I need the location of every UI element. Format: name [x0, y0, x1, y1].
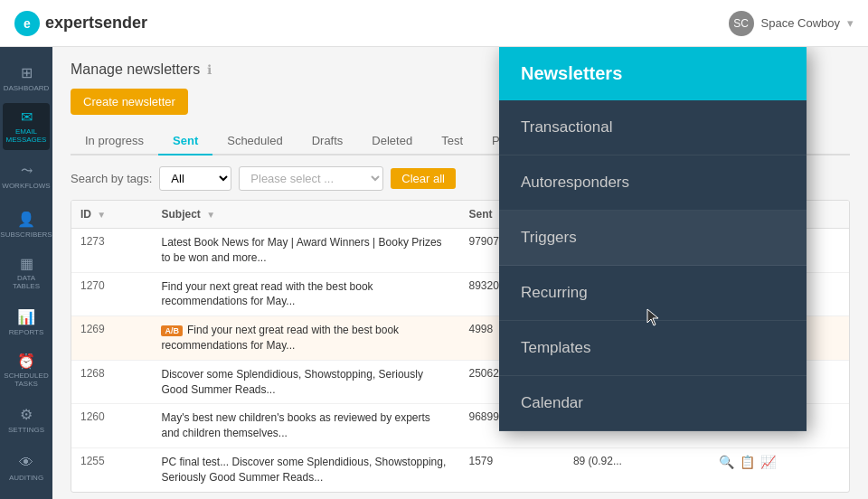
tab-sent[interactable]: Sent	[158, 127, 212, 155]
workflows-icon: ⤳	[21, 162, 33, 179]
cell-subject: Find your next great read with the best …	[152, 272, 459, 316]
tags-multiselect[interactable]: Please select ...	[239, 166, 383, 191]
nav-dropdown: Newsletters Transactional Autoresponders…	[499, 47, 807, 431]
sidebar-item-label: SETTINGS	[8, 426, 44, 434]
sidebar-item-email-messages[interactable]: ✉ EMAILMESSAGES	[3, 103, 50, 150]
subject-text: Discover some Splendidious, Showstopping…	[161, 368, 422, 396]
tab-in-progress[interactable]: In progress	[71, 127, 158, 155]
sidebar-item-label: EMAILMESSAGES	[6, 128, 47, 145]
page-title: Manage newsletters	[71, 61, 200, 78]
top-bar: e expertsender SC Space Cowboy ▾	[0, 0, 868, 47]
sidebar-item-dashboard[interactable]: ⊞ DASHBOARD	[3, 54, 50, 101]
col-subject: Subject ▼	[152, 201, 459, 229]
data-tables-icon: ▦	[20, 255, 33, 272]
tab-scheduled[interactable]: Scheduled	[212, 127, 297, 155]
sidebar-item-reports[interactable]: 📊 REPORTS	[3, 298, 50, 345]
dropdown-item-autoresponders[interactable]: Autoresponders	[499, 155, 807, 211]
user-name: Space Cowboy	[761, 16, 840, 30]
search-action-icon[interactable]: 🔍	[719, 455, 734, 469]
avatar: SC	[729, 11, 754, 36]
cell-subject: Latest Book News for May | Award Winners…	[152, 229, 459, 273]
logo-icon: e	[14, 11, 40, 36]
cell-id: 1270	[71, 272, 152, 316]
subject-text: Find your next great read with the best …	[161, 324, 399, 352]
sidebar-item-label: SUBSCRIBERS	[0, 231, 52, 239]
chart-action-icon[interactable]: 📈	[760, 455, 776, 469]
sidebar-item-auditing[interactable]: 👁 AUDITING	[3, 445, 50, 492]
info-icon[interactable]: ℹ	[207, 62, 212, 77]
subject-text: Latest Book News for May | Award Winners…	[161, 236, 441, 264]
sidebar-item-workflows[interactable]: ⤳ WORKFLOWS	[3, 152, 50, 199]
dropdown-header: Newsletters	[499, 47, 807, 100]
scheduled-tasks-icon: ⏰	[17, 353, 35, 370]
dashboard-icon: ⊞	[21, 64, 33, 81]
sidebar: ⊞ DASHBOARD ✉ EMAILMESSAGES ⤳ WORKFLOWS …	[0, 47, 52, 499]
email-icon: ✉	[21, 108, 33, 126]
sidebar-item-data-tables[interactable]: ▦ DATATABLES	[3, 250, 50, 297]
main-content: Manage newsletters ℹ Create newsletter I…	[52, 47, 868, 499]
sidebar-item-settings[interactable]: ⚙ SETTINGS	[3, 396, 50, 443]
subject-text: May's best new children's books as revie…	[161, 411, 429, 439]
cell-id: 1268	[71, 360, 152, 404]
settings-icon: ⚙	[20, 406, 33, 423]
cell-id: 1255	[71, 447, 152, 491]
cell-id: 1273	[71, 229, 152, 273]
sidebar-item-label: DATATABLES	[13, 275, 40, 291]
subject-text: Find your next great read with the best …	[161, 280, 373, 308]
create-newsletter-button[interactable]: Create newsletter	[71, 89, 188, 115]
dropdown-item-triggers[interactable]: Triggers	[499, 211, 807, 266]
cell-subject: A/BFind your next great read with the be…	[152, 316, 459, 361]
sidebar-item-label: AUDITING	[9, 474, 43, 482]
col-id: ID ▼	[71, 201, 152, 229]
dropdown-item-templates[interactable]: Templates	[499, 321, 807, 376]
tags-select[interactable]: All	[159, 166, 231, 191]
logo-text: expertsender	[45, 14, 147, 33]
cell-subject: Discover some Splendidious, Showstopping…	[152, 360, 459, 404]
dropdown-item-transactional[interactable]: Transactional	[499, 100, 807, 155]
tab-deleted[interactable]: Deleted	[357, 127, 427, 155]
table-row: 1255 PC final test... Discover some Sple…	[71, 447, 849, 491]
cell-sent: 1579	[459, 447, 563, 491]
chevron-down-icon[interactable]: ▾	[847, 16, 854, 30]
subscribers-icon: 👤	[17, 211, 35, 228]
cell-bounces: 89 (0.92...	[564, 447, 710, 491]
copy-action-icon[interactable]: 📋	[740, 455, 755, 469]
cell-actions: 🔍 📋 📈	[710, 447, 849, 491]
sidebar-item-subscribers[interactable]: 👤 SUBSCRIBERS	[3, 201, 50, 248]
tab-test[interactable]: Test	[427, 127, 477, 155]
clear-all-button[interactable]: Clear all	[391, 168, 456, 189]
sidebar-item-label: REPORTS	[9, 328, 44, 336]
cell-id: 1269	[71, 316, 152, 361]
dropdown-item-calendar[interactable]: Calendar	[499, 376, 807, 431]
reports-icon: 📊	[17, 308, 35, 325]
subject-text: PC final test... Discover some Splendidi…	[161, 456, 446, 484]
dropdown-item-recurring[interactable]: Recurring	[499, 266, 807, 321]
sidebar-item-scheduled-tasks[interactable]: ⏰ SCHEDULEDTASKS	[3, 347, 50, 394]
sidebar-item-label: DASHBOARD	[4, 84, 50, 92]
auditing-icon: 👁	[19, 455, 33, 471]
cell-id: 1260	[71, 404, 152, 448]
tab-drafts[interactable]: Drafts	[297, 127, 358, 155]
user-area: SC Space Cowboy ▾	[729, 11, 854, 36]
cell-subject: PC final test... Discover some Splendidi…	[152, 447, 459, 491]
filter-label: Search by tags:	[71, 172, 152, 185]
cell-subject: May's best new children's books as revie…	[152, 404, 459, 448]
logo: e expertsender	[14, 11, 147, 36]
sidebar-item-label: WORKFLOWS	[2, 182, 50, 190]
sidebar-item-label: SCHEDULEDTASKS	[4, 372, 48, 389]
layout: ⊞ DASHBOARD ✉ EMAILMESSAGES ⤳ WORKFLOWS …	[0, 47, 868, 499]
ab-badge: A/B	[161, 325, 183, 336]
